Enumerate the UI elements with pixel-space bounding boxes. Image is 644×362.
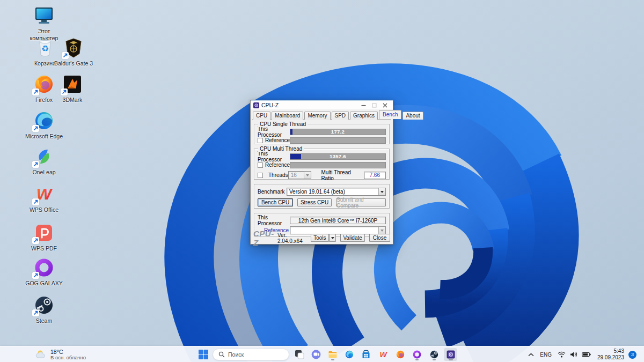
desktop-icon-gog-galaxy[interactable]: GOG GALAXY bbox=[24, 257, 64, 287]
battery-button[interactable] bbox=[580, 348, 593, 361]
baldurs-gate-3-icon bbox=[63, 37, 84, 58]
desktop-icon-microsoft-edge[interactable]: Microsoft Edge bbox=[24, 110, 64, 140]
shortcut-arrow-icon bbox=[32, 309, 39, 316]
cpuz-app-icon bbox=[253, 102, 259, 108]
desktop-icon-label: Корзина bbox=[34, 60, 56, 67]
single-thread-group: CPU Single Thread This Processor 177.2 R… bbox=[254, 124, 390, 144]
wps-office-button[interactable]: W bbox=[376, 348, 390, 361]
minimize-button[interactable] bbox=[358, 101, 369, 109]
desktop-icon-label: Firefox bbox=[35, 97, 53, 104]
desktop-icon-steam[interactable]: Steam bbox=[24, 294, 64, 324]
recycle-bin-icon: ♻ bbox=[34, 37, 56, 58]
cpuz-version: Ver. 2.04.0.x64 bbox=[277, 232, 306, 244]
desktop-icon-3dmark[interactable]: 3DMark bbox=[53, 73, 92, 104]
cpuz-window: CPU-Z CPU Mainboard Memory SPD Graphics … bbox=[250, 100, 393, 245]
firefox-icon bbox=[33, 73, 55, 95]
volume-button[interactable] bbox=[568, 348, 580, 361]
task-view-button[interactable] bbox=[292, 348, 306, 361]
start-button[interactable] bbox=[196, 348, 210, 361]
cpuz-footer: CPU-Z Ver. 2.04.0.x64 Tools Validate Clo… bbox=[251, 233, 393, 244]
ratio-value-field: 7.66 bbox=[364, 172, 386, 179]
desktop-icon-baldurs-gate-3[interactable]: Baldur's Gate 3 bbox=[54, 37, 93, 67]
tools-dropdown-button[interactable] bbox=[329, 234, 336, 242]
desktop-icon-label: Baldur's Gate 3 bbox=[54, 60, 93, 67]
edge-button[interactable] bbox=[342, 348, 356, 361]
threads-select[interactable]: 16 bbox=[288, 171, 312, 179]
language-indicator[interactable]: ENG bbox=[536, 348, 555, 361]
tab-mainboard[interactable]: Mainboard bbox=[272, 112, 303, 120]
tray-chevron-up-button[interactable] bbox=[526, 348, 536, 361]
threads-checkbox[interactable] bbox=[258, 173, 263, 178]
taskbar-search[interactable] bbox=[213, 349, 289, 360]
single-reference-checkbox[interactable] bbox=[258, 138, 263, 143]
file-explorer-button[interactable] bbox=[326, 348, 339, 361]
desktop-icon-wps-pdf[interactable]: WPS PDF bbox=[24, 222, 64, 252]
battery-icon bbox=[582, 352, 591, 357]
steam-button[interactable] bbox=[427, 348, 441, 361]
search-icon bbox=[218, 351, 225, 358]
shortcut-arrow-icon bbox=[32, 88, 39, 95]
running-indicator bbox=[449, 359, 453, 360]
svg-text:♻: ♻ bbox=[41, 44, 49, 53]
chat-button[interactable] bbox=[309, 348, 323, 361]
cpuz-logo: CPU-Z bbox=[253, 229, 274, 247]
shortcut-arrow-icon bbox=[61, 88, 68, 95]
weather-widget[interactable]: 18°C В осн. облачно bbox=[31, 346, 90, 362]
shortcut-arrow-icon bbox=[32, 198, 39, 205]
maximize-button[interactable] bbox=[369, 101, 379, 109]
gog-galaxy-button[interactable] bbox=[410, 348, 423, 361]
stress-cpu-button[interactable]: Stress CPU bbox=[297, 198, 332, 206]
wifi-button[interactable] bbox=[555, 348, 568, 361]
firefox-button[interactable] bbox=[393, 348, 407, 361]
bench-cpu-button[interactable]: Bench CPU bbox=[258, 198, 293, 206]
firefox-taskbar-icon bbox=[396, 350, 405, 359]
desktop-icon-this-pc[interactable]: Этот компьютер bbox=[24, 5, 64, 41]
cpuz-titlebar[interactable]: CPU-Z bbox=[251, 100, 393, 109]
microsoft-store-button[interactable] bbox=[359, 348, 372, 361]
multi-reference-checkbox[interactable] bbox=[258, 162, 263, 168]
chevron-up-icon bbox=[528, 353, 534, 357]
benchmark-version-select[interactable]: Version 19.01.64 (beta) bbox=[287, 188, 386, 196]
weather-condition: В осн. облачно bbox=[50, 355, 86, 361]
weather-icon bbox=[35, 349, 47, 360]
close-button[interactable] bbox=[379, 101, 390, 109]
multi-processor-label: This Processor bbox=[258, 151, 290, 162]
desktop-icon-label: 3DMark bbox=[63, 97, 83, 104]
notification-badge[interactable]: 3 bbox=[628, 351, 636, 359]
multi-thread-score-bar: 1357.6 bbox=[290, 153, 386, 160]
tray-time: 5:43 bbox=[597, 348, 624, 354]
tab-graphics[interactable]: Graphics bbox=[350, 112, 378, 120]
steam-taskbar-icon bbox=[429, 350, 439, 359]
tab-about[interactable]: About bbox=[402, 112, 423, 120]
cpuz-taskbar-button[interactable] bbox=[444, 348, 457, 361]
clock[interactable]: 5:43 29.09.2023 bbox=[593, 348, 627, 361]
threads-select-arrow-icon bbox=[304, 172, 311, 179]
desktop-icon-label: Steam bbox=[36, 317, 52, 324]
chat-icon bbox=[311, 350, 321, 359]
window-title: CPU-Z bbox=[261, 102, 358, 108]
windows-logo-icon bbox=[199, 350, 208, 359]
search-input[interactable] bbox=[228, 351, 282, 358]
shortcut-arrow-icon bbox=[62, 52, 69, 59]
single-reference-label: Reference bbox=[265, 137, 290, 143]
benchmark-group: Benchmark Version 19.01.64 (beta) Bench … bbox=[254, 184, 390, 209]
single-thread-score-bar: 177.2 bbox=[290, 129, 386, 135]
task-view-icon bbox=[295, 350, 304, 359]
file-explorer-icon bbox=[328, 350, 338, 359]
desktop-icon-label: WPS PDF bbox=[31, 245, 57, 252]
validate-button[interactable]: Validate bbox=[340, 234, 365, 242]
tab-cpu[interactable]: CPU bbox=[253, 112, 270, 120]
desktop-icon-oneleap[interactable]: OneLeap bbox=[24, 146, 64, 176]
multi-thread-score: 1357.6 bbox=[290, 154, 385, 159]
desktop-icon-wps-office[interactable]: W WPS Office bbox=[24, 183, 64, 213]
speaker-icon bbox=[570, 351, 577, 358]
close-bench-button[interactable]: Close bbox=[369, 234, 390, 242]
tab-spd[interactable]: SPD bbox=[332, 112, 349, 120]
tools-button[interactable]: Tools bbox=[311, 234, 329, 242]
wifi-icon bbox=[558, 351, 566, 358]
group-label: CPU Multi Thread bbox=[258, 146, 304, 152]
shortcut-arrow-icon bbox=[32, 272, 39, 279]
tab-bench[interactable]: Bench bbox=[379, 110, 401, 119]
running-indicator bbox=[331, 359, 334, 360]
tab-memory[interactable]: Memory bbox=[304, 112, 330, 120]
